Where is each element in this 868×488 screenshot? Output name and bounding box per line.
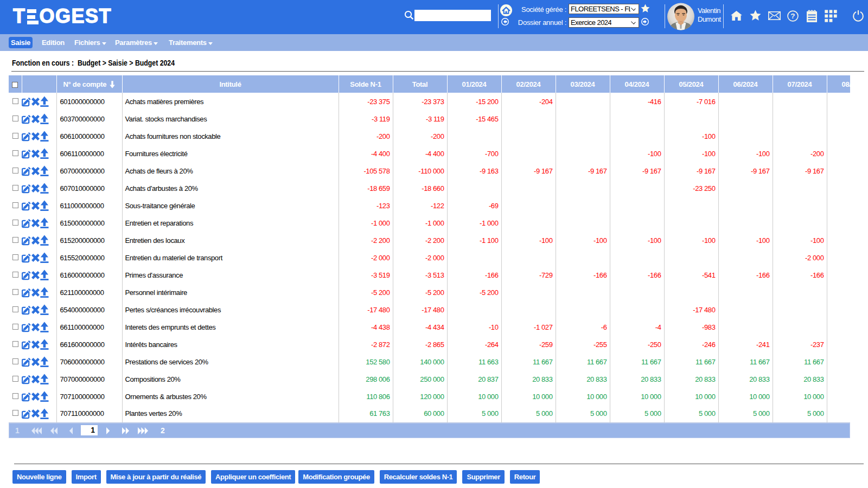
svg-text:?: ? (790, 12, 795, 20)
